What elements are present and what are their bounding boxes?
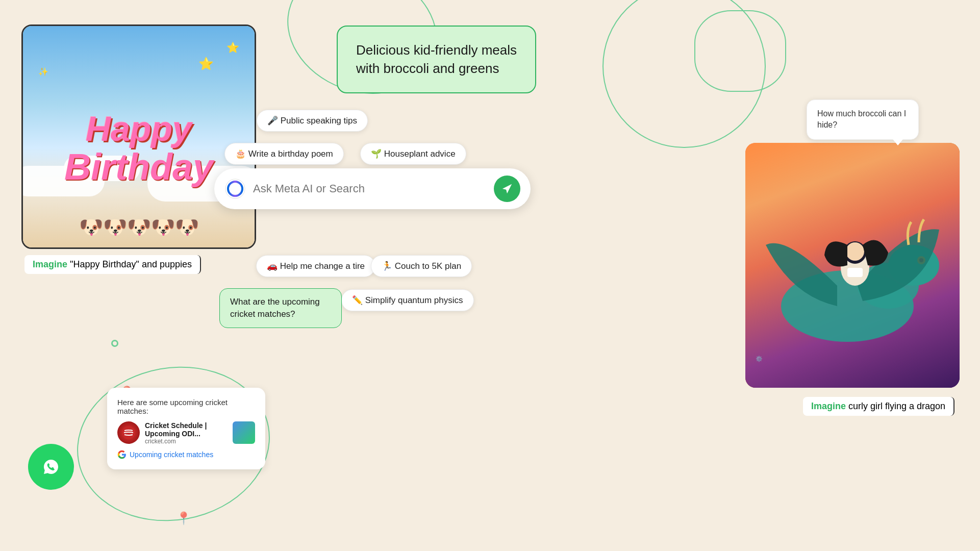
main-chat-bubble: Delicious kid-friendly meals with brocco… bbox=[337, 26, 536, 93]
meta-ai-icon bbox=[224, 178, 246, 199]
chip-label: Write a birthday poem bbox=[248, 149, 333, 159]
birthday-text: Birthday bbox=[64, 146, 213, 188]
cricket-thumbnail bbox=[233, 421, 255, 444]
chip-birthday-poem[interactable]: 🎂 Write a birthday poem bbox=[224, 143, 344, 165]
chat-bubble-main-text: Delicious kid-friendly meals with brocco… bbox=[356, 42, 517, 76]
cricket-logo bbox=[117, 421, 140, 444]
location-pin-2: 📍 bbox=[176, 511, 191, 525]
svg-rect-10 bbox=[847, 268, 863, 277]
chip-emoji: 🎤 bbox=[267, 116, 278, 126]
imagine-birthday-label: Imagine "Happy Birthday" and puppies bbox=[24, 255, 201, 274]
chip-emoji: ✏️ bbox=[352, 295, 363, 305]
small-chat-bubble-text: How much broccoli can I hide? bbox=[817, 109, 906, 129]
chip-emoji: 🏃 bbox=[382, 261, 392, 271]
small-chat-bubble: How much broccoli can I hide? bbox=[807, 99, 919, 140]
chip-label: Help me change a tire bbox=[280, 261, 365, 271]
chip-label: Simplify quantum physics bbox=[365, 295, 463, 305]
chip-public-speaking[interactable]: 🎤 Public speaking tips bbox=[257, 110, 368, 132]
cricket-info: Cricket Schedule | Upcoming ODI... crick… bbox=[145, 421, 228, 445]
whatsapp-icon-svg bbox=[38, 454, 64, 480]
chip-couch-5k[interactable]: 🏃 Couch to 5K plan bbox=[371, 255, 472, 277]
search-container bbox=[214, 168, 531, 209]
dragon-scene-svg bbox=[745, 143, 960, 388]
chip-houseplant[interactable]: 🌱 Houseplant advice bbox=[360, 143, 466, 165]
happy-text: Happy bbox=[64, 111, 213, 146]
whatsapp-button[interactable] bbox=[28, 444, 74, 490]
cricket-result-item: Cricket Schedule | Upcoming ODI... crick… bbox=[117, 421, 255, 445]
chip-emoji: 🌱 bbox=[371, 149, 382, 159]
search-input[interactable] bbox=[253, 182, 487, 195]
imagine-dragon-keyword: Imagine bbox=[811, 401, 846, 411]
search-submit-button[interactable] bbox=[494, 176, 520, 202]
cricket-ball-icon bbox=[121, 425, 136, 440]
google-icon bbox=[117, 450, 127, 459]
cricket-query-text: What are the upcoming cricket matches? bbox=[230, 297, 320, 319]
imagine-dragon-body: curly girl flying a dragon bbox=[846, 401, 945, 411]
chip-emoji: 🎂 bbox=[235, 149, 246, 159]
cricket-query-bubble: What are the upcoming cricket matches? bbox=[219, 288, 342, 328]
cricket-result-url: cricket.com bbox=[145, 438, 228, 445]
cricket-result-card: Here are some upcoming cricket matches: … bbox=[107, 388, 265, 469]
send-icon bbox=[501, 183, 513, 194]
chip-label: Houseplant advice bbox=[384, 149, 456, 159]
google-link-text: Upcoming cricket matches bbox=[130, 450, 213, 459]
google-search-link[interactable]: Upcoming cricket matches bbox=[117, 450, 255, 459]
chip-change-tire[interactable]: 🚗 Help me change a tire bbox=[256, 255, 375, 277]
watermark: ⚙️ bbox=[756, 356, 763, 362]
birthday-card: ⭐ ✨ 🎈 Happy Birthday 🐶🐶🐶🐶🐶 ⭐ ✨ ⭐ bbox=[21, 24, 256, 249]
imagine-keyword: Imagine bbox=[33, 259, 67, 269]
imagine-birthday-body: "Happy Birthday" and puppies bbox=[67, 259, 192, 269]
search-bar bbox=[214, 168, 531, 209]
dragon-card: ⚙️ bbox=[745, 143, 960, 388]
svg-point-9 bbox=[846, 242, 864, 261]
chip-label: Couch to 5K plan bbox=[395, 261, 461, 271]
cricket-result-title: Cricket Schedule | Upcoming ODI... bbox=[145, 421, 228, 438]
chip-emoji: 🚗 bbox=[267, 261, 278, 271]
imagine-dragon-label: Imagine curly girl flying a dragon bbox=[803, 397, 954, 416]
cricket-result-intro: Here are some upcoming cricket matches: bbox=[117, 398, 255, 415]
chip-quantum[interactable]: ✏️ Simplify quantum physics bbox=[341, 289, 474, 311]
puppies-row: 🐶🐶🐶🐶🐶 bbox=[23, 216, 255, 238]
chip-label: Public speaking tips bbox=[281, 116, 357, 126]
